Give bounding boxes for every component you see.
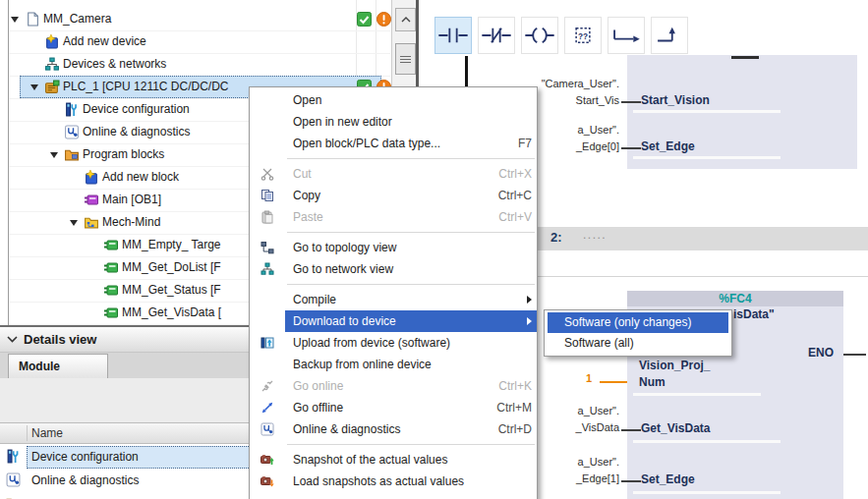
expander-icon[interactable] [11,17,19,23]
submenu-item-software-all[interactable]: Software (all) [548,333,728,354]
menu-item-open-in-new-editor[interactable]: Open in new editor [250,111,537,133]
network2-number: 2: [550,230,562,245]
menu-item-go-online[interactable]: Go onlineCtrl+K [250,375,537,397]
menu-item-label: Backup from online device [293,358,532,371]
menu-item-label: Open in new editor [293,115,532,129]
go-online-icon [250,379,285,393]
eno-wire [843,354,866,356]
menu-item-label: Open block/PLC data type... [293,137,508,150]
menu-item-label: Compile [293,293,517,306]
menu-item-body: Snapshot of the actual values [285,449,537,471]
submenu-arrow-icon [527,317,532,325]
menu-item-go-to-topology-view[interactable]: Go to topology view [250,237,537,258]
menu-item-label: Copy [293,189,489,202]
open-branch-icon [610,25,642,46]
menu-item-open[interactable]: Open [250,89,537,111]
menu-item-body: CutCtrl+X [285,163,537,185]
param-vision-proj-line2[interactable]: Num [639,375,665,389]
tree-item-add-new-device[interactable]: Add new device [9,30,390,54]
diagnostics-icon [250,422,285,436]
tree-item-label: Devices & networks [63,53,166,75]
tab-module-label: Module [19,360,60,373]
add-icon [84,170,99,185]
menu-item-download-to-device[interactable]: Download to device [250,310,537,332]
menu-separator [250,280,537,289]
diagnostics-icon [64,125,80,139]
block-header: %FC4 [627,291,843,306]
tree-item-mm-camera[interactable]: MM_Camera [9,8,390,31]
eno-pin: ENO [786,346,834,360]
menu-item-cut[interactable]: CutCtrl+X [250,163,537,185]
menu-item-compile[interactable]: Compile [250,289,537,310]
menu-item-label: Go online [293,379,489,393]
menu-item-go-offline[interactable]: Go offlineCtrl+M [250,397,537,418]
menu-item-paste[interactable]: PasteCtrl+V [250,206,537,228]
close-branch-icon [654,25,685,46]
details-row-label: Online & diagnostics [31,469,139,492]
expander-icon[interactable] [50,152,58,158]
menu-item-body: Go onlineCtrl+K [285,375,537,397]
menu-separator [250,440,537,449]
param-get-visdata[interactable]: Get_VisData [641,421,710,435]
scroll-up-button[interactable] [395,8,416,31]
menu-item-label: Load snapshots as actual values [293,474,532,488]
operand-field-strip [633,491,781,494]
lad-toolbar-empty-box-button[interactable]: ?? [564,17,602,54]
menu-item-open-block-plc-data-type[interactable]: Open block/PLC data type...F7 [250,133,537,154]
add-icon [44,34,60,49]
contact-no-icon [437,25,469,46]
tree-item-label: Main [OB1] [102,189,161,210]
menu-item-go-to-network-view[interactable]: Go to network view [250,258,537,280]
menu-item-body: Backup from online device [285,354,537,375]
expander-icon[interactable] [30,84,38,90]
load-snapshot-icon [250,474,285,488]
param-set-edge[interactable]: Set_Edge [641,472,695,486]
param-start-vision[interactable]: Start_Vision [641,93,710,107]
menu-item-label: Download to device [293,314,517,328]
menu-item-copy[interactable]: CopyCtrl+C [250,185,537,206]
cut-icon [250,167,285,181]
submenu-arrow-icon [527,296,532,304]
empty-box-icon: ?? [567,25,599,46]
tab-module[interactable]: Module [8,354,108,378]
param-vision-proj-line1[interactable]: Vision_Proj_ [639,359,710,372]
menu-item-body: Download to device [285,310,537,332]
menu-item-load-snapshots-as-actual-values[interactable]: Load snapshots as actual values [250,471,537,492]
menu-item-body: Go to topology view [285,237,537,258]
menu-item-shortcut: F7 [518,137,532,150]
tia-portal-window: MM_CameraAdd new deviceDevices & network… [0,0,868,499]
go-offline-icon [250,401,285,415]
input-value[interactable]: 1 [586,372,592,384]
menu-item-label: Online & diagnostics [293,422,489,436]
column-header-name-label: Name [31,426,63,440]
svg-text:??: ?? [578,32,588,41]
block-address: %FC4 [719,292,751,305]
scrollbar-thumb[interactable] [395,43,416,75]
menu-item-body: CopyCtrl+C [285,185,537,206]
fb-block-icon [103,260,119,275]
lad-toolbar-open-branch-button[interactable] [608,17,645,54]
menu-item-label: Go to network view [293,262,532,276]
lad-toolbar-coil-button[interactable] [521,17,558,54]
menu-item-body: Upload from device (software) [285,332,537,354]
collapse-details-icon[interactable] [0,336,24,343]
menu-item-backup-from-online-device[interactable]: Backup from online device [250,354,537,375]
menu-item-online-diagnostics[interactable]: Online & diagnosticsCtrl+D [250,418,537,440]
tree-item-label: PLC_1 [CPU 1211C DC/DC/DC [63,76,229,97]
status-ok-icon [357,12,372,27]
lad-toolbar-contact-nc-button[interactable] [478,17,515,54]
fb-block-icon [103,283,119,298]
expander-icon[interactable] [70,220,78,226]
mech-folder-icon [84,215,99,230]
input-wire [600,381,627,383]
menu-item-label: Go to topology view [293,241,532,254]
lad-toolbar-contact-no-button[interactable] [434,17,472,54]
tree-item-devices-networks[interactable]: Devices & networks [9,53,390,77]
menu-item-upload-from-device-software[interactable]: Upload from device (software) [250,332,537,354]
lad-toolbar-close-branch-button[interactable] [651,17,688,54]
submenu-item-software-only-changes[interactable]: Software (only changes) [548,312,728,333]
param-set-edge[interactable]: Set_Edge [641,139,695,153]
menu-item-snapshot-of-the-actual-values[interactable]: Snapshot of the actual values [250,449,537,471]
diagnostics-icon [6,472,21,487]
rung-wire [621,147,641,149]
